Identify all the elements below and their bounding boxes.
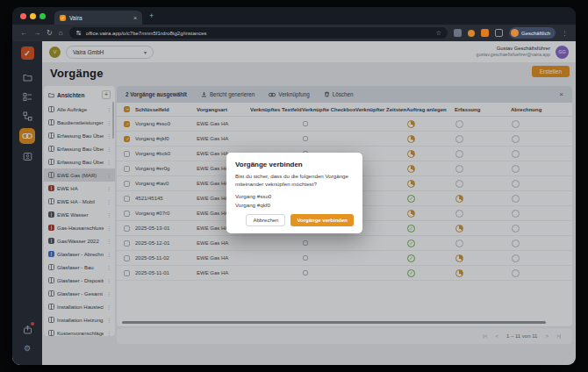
dialog-instance-item: Vorgang #sso0 [235,192,354,201]
extensions-puzzle-icon[interactable] [495,29,503,37]
dialog-actions: Abbrechen Vorgänge verbinden [235,214,354,226]
dialog-message: Bist du sicher, dass du die folgenden Vo… [235,173,354,189]
browser-menu-icon[interactable]: ⋮ [562,30,568,37]
reload-icon[interactable]: ↻ [47,30,53,37]
extension-icon[interactable] [468,30,475,37]
zoom-window-button[interactable] [39,13,46,19]
browser-tab[interactable]: ✓ Vaira × [54,11,142,25]
new-tab-button[interactable]: + [149,11,154,20]
traffic-lights [20,7,46,25]
app-viewport: ✓ ⚙ V Vaira [12,41,576,365]
profile-label: Geschäftlich [521,31,550,36]
bookmark-star-icon[interactable]: ☆ [436,30,441,37]
profile-avatar [511,29,519,37]
browser-window: ✓ Vaira × + ← → ↻ ⌂ office.vaira.app/o/c… [12,7,576,365]
confirm-connect-button[interactable]: Vorgänge verbinden [290,214,354,226]
browser-toolbar: ← → ↻ ⌂ office.vaira.app/o/c7be7mnm5f1rd… [12,25,576,41]
home-icon[interactable]: ⌂ [59,30,63,37]
extension-icon[interactable] [481,29,489,37]
back-icon[interactable]: ← [20,30,27,37]
address-bar[interactable]: office.vaira.app/o/c7be7mnm5f1rdro8tg2g/… [69,27,448,39]
cancel-button[interactable]: Abbrechen [246,214,285,226]
dialog-title: Vorgänge verbinden [235,161,354,168]
minimize-window-button[interactable] [30,13,36,19]
url-text: office.vaira.app/o/c7be7mnm5f1rdro8tg2g/… [86,31,432,36]
close-window-button[interactable] [20,13,26,19]
connect-instances-dialog: Vorgänge verbinden Bist du sicher, dass … [226,153,362,233]
tab-strip: ✓ Vaira × + [12,7,576,25]
tab-title: Vaira [69,15,130,21]
forward-icon[interactable]: → [33,30,40,37]
browser-profile-chip[interactable]: Geschäftlich [509,27,556,39]
dialog-instance-item: Vorgang #qkf0 [235,201,354,210]
tab-close-icon[interactable]: × [133,15,137,21]
tune-icon [75,30,82,36]
cast-extension-icon[interactable] [454,29,462,37]
favicon-check-glyph: ✓ [61,15,64,20]
vaira-favicon-icon: ✓ [60,15,66,21]
